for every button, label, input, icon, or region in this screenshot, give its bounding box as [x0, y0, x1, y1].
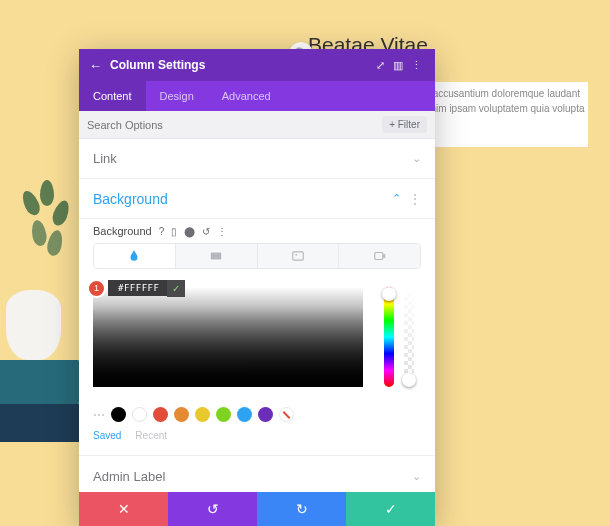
svg-point-2	[295, 254, 297, 256]
chevron-down-icon: ⌄	[412, 152, 421, 165]
hue-thumb[interactable]	[382, 287, 396, 301]
swatch-green[interactable]	[216, 407, 231, 422]
swatch-blue[interactable]	[237, 407, 252, 422]
background-type-tabs	[93, 243, 421, 269]
tab-content[interactable]: Content	[79, 81, 146, 111]
search-row: + Filter	[79, 111, 435, 139]
panel-title: Column Settings	[110, 58, 371, 72]
chevron-down-icon: ⌄	[412, 470, 421, 483]
tablet-icon[interactable]: ▯	[171, 226, 177, 237]
panel-footer: ✕ ↺ ↻ ✓	[79, 492, 435, 526]
swatch-orange[interactable]	[174, 407, 189, 422]
reset-icon[interactable]: ↺	[202, 226, 210, 237]
svg-rect-3	[374, 253, 382, 260]
step-badge: 1	[87, 279, 106, 298]
alpha-thumb[interactable]	[402, 373, 416, 387]
alpha-slider[interactable]	[404, 287, 414, 387]
panel-header: ← Column Settings ⤢ ▥ ⋮	[79, 49, 435, 81]
chevron-up-icon: ⌃	[392, 192, 401, 205]
swatch-none[interactable]	[279, 407, 294, 422]
help-icon[interactable]: ?	[159, 226, 165, 237]
background-label: Background	[93, 225, 152, 237]
drop-icon	[127, 249, 141, 263]
column-settings-panel: ← Column Settings ⤢ ▥ ⋮ Content Design A…	[79, 49, 435, 526]
bg-tab-video[interactable]	[339, 244, 420, 268]
swatch-more-icon[interactable]: ⋯	[93, 408, 105, 422]
hue-slider[interactable]	[384, 287, 394, 387]
svg-rect-0	[211, 253, 222, 260]
svg-rect-1	[293, 252, 304, 260]
undo-button[interactable]: ↺	[168, 492, 257, 526]
hex-value[interactable]: #FFFFFF	[108, 280, 167, 296]
cancel-button[interactable]: ✕	[79, 492, 168, 526]
gradient-icon	[209, 249, 223, 263]
filter-button[interactable]: + Filter	[382, 116, 427, 133]
swatch-yellow[interactable]	[195, 407, 210, 422]
swatch-red[interactable]	[153, 407, 168, 422]
swatch-purple[interactable]	[258, 407, 273, 422]
saved-tab[interactable]: Saved	[93, 430, 121, 441]
bg-tab-color[interactable]	[94, 244, 176, 268]
swatch-row: ⋯	[79, 397, 435, 428]
section-admin-label[interactable]: Admin Label ⌄	[79, 456, 435, 492]
confirm-color-icon[interactable]: ✓	[167, 280, 185, 297]
recent-tab[interactable]: Recent	[135, 430, 167, 441]
layout-icon[interactable]: ▥	[389, 59, 407, 72]
swatch-white[interactable]	[132, 407, 147, 422]
saturation-value-field[interactable]	[93, 287, 363, 387]
tab-design[interactable]: Design	[146, 81, 208, 111]
swatch-black[interactable]	[111, 407, 126, 422]
section-link[interactable]: Link ⌄	[79, 139, 435, 179]
search-input[interactable]	[87, 119, 382, 131]
expand-icon[interactable]: ⤢	[371, 59, 389, 72]
hex-pill: 1 #FFFFFF ✓	[93, 279, 185, 297]
background-controls: Background ? ▯ ⬤ ↺ ⋮	[79, 219, 435, 397]
bg-tab-image[interactable]	[258, 244, 340, 268]
back-arrow-icon[interactable]: ←	[89, 58, 102, 73]
panel-tabs: Content Design Advanced	[79, 81, 435, 111]
video-icon	[373, 249, 387, 263]
background-scene	[0, 210, 80, 510]
more-icon[interactable]: ⋮	[217, 226, 227, 237]
tab-advanced[interactable]: Advanced	[208, 81, 285, 111]
image-icon	[291, 249, 305, 263]
kebab-icon[interactable]: ⋮	[407, 59, 425, 72]
save-button[interactable]: ✓	[346, 492, 435, 526]
redo-button[interactable]: ↻	[257, 492, 346, 526]
section-background[interactable]: Background ⌃ ⋮	[79, 179, 435, 219]
bg-tab-gradient[interactable]	[176, 244, 258, 268]
color-picker: 1 #FFFFFF ✓	[93, 279, 421, 397]
section-kebab-icon[interactable]: ⋮	[409, 192, 421, 206]
hover-icon[interactable]: ⬤	[184, 226, 195, 237]
